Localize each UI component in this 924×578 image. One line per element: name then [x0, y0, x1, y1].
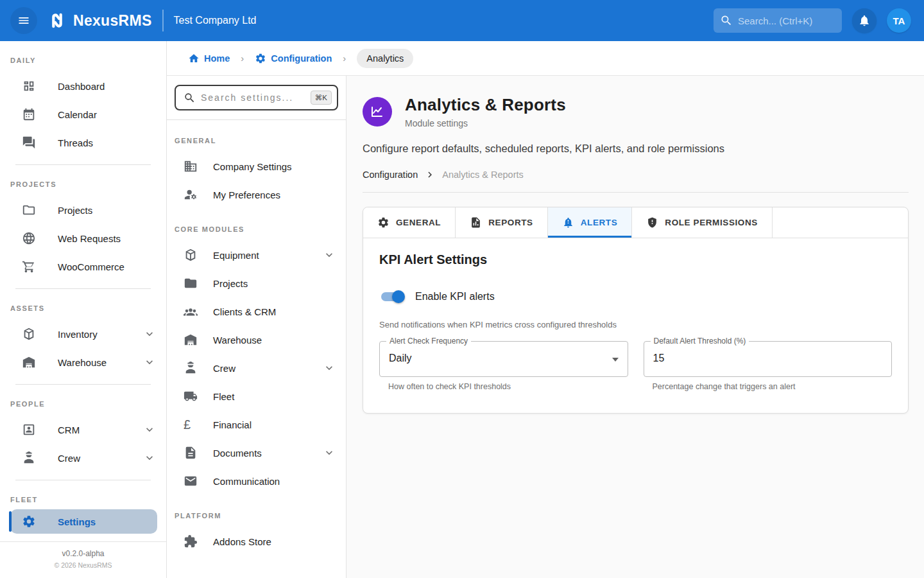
breadcrumb-link-home[interactable]: Home	[188, 53, 230, 64]
tab-label: ALERTS	[581, 218, 618, 227]
tab-role-permissions[interactable]: ROLE PERMISSIONS	[632, 207, 773, 238]
enable-kpi-alerts-toggle[interactable]	[379, 289, 405, 304]
sidebar-item-label: Addons Store	[213, 536, 271, 547]
sidebar-item-communication[interactable]: Communication	[167, 467, 346, 495]
chevron-down-icon	[143, 451, 156, 464]
app-header: NexusRMS Test Company Ltd TA	[0, 0, 924, 41]
gear-icon	[255, 53, 266, 64]
sidebar-item-warehouse[interactable]: Warehouse	[0, 348, 166, 376]
truck-icon	[184, 389, 198, 403]
page-description: Configure report defaults, scheduled rep…	[363, 143, 909, 155]
sidebar-item-fleet[interactable]: Fleet	[167, 382, 346, 410]
contact-card-icon	[22, 423, 36, 437]
cart-icon	[22, 259, 36, 274]
sidebar-item-clients-crm[interactable]: Clients & CRM	[167, 297, 346, 326]
sidebar-item-financial[interactable]: £Financial	[167, 410, 346, 439]
sidebar-item-documents[interactable]: Documents	[167, 439, 346, 467]
tab-label: ROLE PERMISSIONS	[665, 218, 758, 227]
sidebar-item-label: Warehouse	[213, 335, 262, 346]
chevron-down-icon	[143, 328, 156, 340]
path-current: Analytics & Reports	[442, 170, 524, 180]
field-value: 15	[644, 342, 892, 375]
sidebar-footer: v0.2.0-alpha © 2026 NexusRMS	[0, 541, 166, 578]
chevron-down-icon	[323, 249, 336, 261]
calendar-icon	[22, 107, 36, 121]
module-header: Analytics & Reports Module settings	[363, 95, 909, 128]
breadcrumb-label: Home	[204, 53, 230, 64]
gear-icon	[377, 216, 389, 229]
field-label: Alert Check Frequency	[386, 337, 471, 346]
user-avatar[interactable]: TA	[887, 8, 911, 33]
tab-reports[interactable]: REPORTS	[456, 207, 547, 238]
sidebar-item-warehouse[interactable]: Warehouse	[167, 326, 346, 354]
sidebar-item-crew[interactable]: Crew	[0, 444, 166, 472]
crew-icon	[184, 361, 198, 375]
header-divider	[162, 10, 164, 31]
form-field: Default Alert Threshold (%)15Percentage …	[644, 341, 893, 391]
groups-icon	[184, 304, 198, 319]
sidebar-item-web-requests[interactable]: Web Requests	[0, 224, 166, 252]
gear-icon	[22, 514, 36, 529]
breadcrumb-current: Analytics	[357, 49, 413, 68]
dropdown-arrow-icon	[612, 358, 619, 362]
path-parent: Configuration	[363, 170, 418, 180]
warehouse-icon	[22, 355, 36, 369]
tab-general[interactable]: GENERAL	[363, 207, 456, 238]
sidebar-item-label: Warehouse	[58, 357, 107, 368]
sidebar-item-projects[interactable]: Projects	[0, 196, 166, 224]
sidebar-item-my-preferences[interactable]: My Preferences	[167, 180, 346, 209]
sidebar-item-threads[interactable]: Threads	[0, 128, 166, 157]
keyboard-shortcut-badge: ⌘K	[311, 91, 332, 105]
toggle-help-text: Send notifications when KPI metrics cros…	[379, 320, 892, 329]
crew-icon	[22, 451, 36, 465]
sidebar-item-label: Dashboard	[58, 81, 105, 92]
page-subtitle: Module settings	[405, 118, 566, 128]
settings-card: GENERALREPORTSALERTSROLE PERMISSIONS KPI…	[363, 207, 909, 414]
breadcrumb: Home›Configuration›Analytics	[167, 41, 924, 76]
section-label: ASSETS	[10, 304, 156, 312]
global-search[interactable]	[714, 8, 842, 33]
sidebar-item-label: Inventory	[58, 329, 98, 340]
sidebar-item-settings[interactable]: Settings	[10, 509, 157, 534]
sidebar-item-projects[interactable]: Projects	[167, 269, 346, 297]
global-search-input[interactable]	[738, 15, 835, 26]
settings-search-input[interactable]	[201, 92, 305, 103]
menu-button[interactable]	[10, 7, 37, 34]
settings-search[interactable]: ⌘K	[175, 85, 338, 110]
divider	[15, 384, 151, 385]
puzzle-icon	[184, 534, 198, 548]
divider	[167, 119, 346, 120]
sidebar-item-dashboard[interactable]: Dashboard	[0, 72, 166, 100]
sidebar-item-label: Web Requests	[58, 233, 121, 244]
notifications-button[interactable]	[852, 8, 877, 33]
breadcrumb-separator: ›	[343, 53, 346, 64]
sidebar-item-calendar[interactable]: Calendar	[0, 100, 166, 128]
sidebar-item-label: CRM	[58, 425, 80, 435]
sidebar-item-label: Threads	[58, 137, 93, 148]
alert-threshold-input[interactable]: Default Alert Threshold (%)15	[644, 341, 893, 377]
sidebar-item-woocommerce[interactable]: WooCommerce	[0, 252, 166, 281]
sidebar-item-addons-store[interactable]: Addons Store	[167, 527, 346, 556]
sidebar-item-label: WooCommerce	[58, 261, 124, 272]
sidebar-item-crew[interactable]: Crew	[167, 354, 346, 382]
divider	[15, 288, 151, 289]
sidebar-item-label: Fleet	[213, 391, 234, 402]
tab-alerts[interactable]: ALERTS	[548, 207, 633, 238]
globe-icon	[22, 231, 36, 245]
sidebar-item-label: Clients & CRM	[213, 306, 276, 317]
sidebar-item-label: Projects	[213, 278, 248, 289]
mail-icon	[184, 474, 198, 488]
breadcrumb-link-configuration[interactable]: Configuration	[255, 53, 332, 64]
sidebar-item-equipment[interactable]: Equipment	[167, 241, 346, 269]
report-icon	[470, 216, 482, 229]
brand-name: NexusRMS	[73, 12, 152, 30]
chevron-down-icon	[143, 356, 156, 369]
sidebar-item-company-settings[interactable]: Company Settings	[167, 152, 346, 180]
breadcrumb-label: Configuration	[271, 53, 332, 64]
folder-filled-icon	[184, 276, 198, 290]
document-icon	[184, 446, 198, 460]
sidebar-item-inventory[interactable]: Inventory	[0, 320, 166, 348]
alert-frequency-select[interactable]: Alert Check FrequencyDaily	[379, 341, 628, 377]
field-label: Default Alert Threshold (%)	[651, 337, 749, 346]
sidebar-item-crm[interactable]: CRM	[0, 416, 166, 444]
